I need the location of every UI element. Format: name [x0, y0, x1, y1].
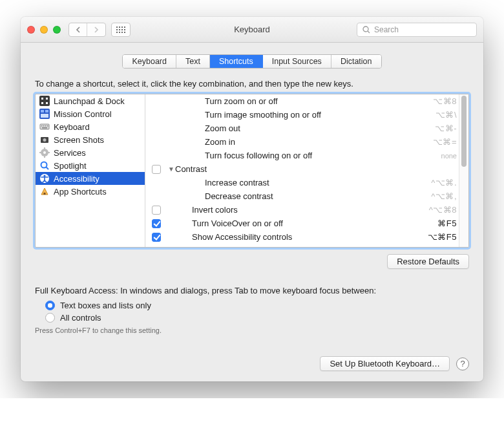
fka-option-all-controls[interactable]: All controls: [45, 313, 469, 323]
forward-button[interactable]: [87, 23, 105, 36]
svg-rect-41: [44, 193, 46, 195]
shortcut-keys: ^⌥⌘,: [431, 191, 457, 201]
tab-text[interactable]: Text: [176, 55, 210, 68]
shortcut-label: Zoom out: [175, 123, 430, 133]
tab-bar: KeyboardTextShortcutsInput SourcesDictat…: [35, 54, 469, 69]
instruction-text: To change a shortcut, select it, click t…: [35, 79, 469, 89]
svg-rect-15: [41, 98, 43, 100]
shortcut-row[interactable]: Show Accessibility controls⌥⌘F5: [145, 230, 468, 244]
svg-rect-0: [116, 27, 118, 28]
svg-rect-5: [119, 29, 120, 30]
show-all-button[interactable]: [111, 23, 131, 37]
category-app-shortcuts[interactable]: App Shortcuts: [36, 185, 145, 198]
category-label: Screen Shots: [54, 135, 104, 145]
shortcut-label: Increase contrast: [175, 178, 426, 187]
search-placeholder: Search: [374, 25, 399, 34]
restore-defaults-button[interactable]: Restore Defaults: [387, 254, 469, 269]
category-list[interactable]: Launchpad & DockMission ControlKeyboardS…: [36, 94, 145, 247]
search-input[interactable]: Search: [357, 23, 477, 37]
category-spotlight[interactable]: Spotlight: [36, 159, 145, 172]
category-label: Launchpad & Dock: [54, 96, 125, 106]
shortcut-row[interactable]: Turn focus following on or offnone: [145, 149, 468, 162]
svg-rect-6: [121, 29, 123, 30]
svg-rect-25: [43, 125, 45, 127]
svg-line-38: [47, 167, 49, 170]
shortcut-row[interactable]: Turn zoom on or off⌥⌘8: [145, 94, 468, 108]
shortcut-checkbox[interactable]: [152, 165, 161, 174]
category-services[interactable]: Services: [36, 146, 145, 159]
shortcut-keys: ⌥⌘8: [433, 96, 457, 106]
shortcut-keys: ⌥⌘-: [435, 123, 457, 133]
scrollbar[interactable]: [459, 94, 468, 247]
launchpad-icon: [39, 96, 50, 106]
shortcut-label: Turn image smoothing on or off: [175, 110, 430, 120]
shortcut-row[interactable]: ▼Contrast: [145, 162, 468, 176]
category-keyboard[interactable]: Keyboard: [36, 120, 145, 133]
svg-rect-2: [121, 27, 123, 28]
spotlight-icon: [39, 160, 50, 171]
svg-rect-10: [121, 32, 123, 33]
svg-rect-27: [47, 125, 48, 127]
traffic-lights: [27, 26, 61, 34]
category-screen-shots[interactable]: Screen Shots: [36, 133, 145, 146]
tab-input-sources[interactable]: Input Sources: [263, 55, 331, 68]
shortcut-checkbox[interactable]: [152, 219, 161, 228]
svg-point-37: [41, 162, 47, 168]
shortcut-label: Turn VoiceOver on or off: [175, 219, 432, 228]
shortcut-row[interactable]: Zoom in⌥⌘=: [145, 135, 468, 149]
shortcut-checkbox[interactable]: [152, 206, 161, 215]
category-accessibility[interactable]: Accessibility: [36, 172, 145, 185]
category-label: Accessibility: [54, 174, 100, 184]
fka-option-textboxes[interactable]: Text boxes and lists only: [45, 301, 469, 310]
svg-point-40: [43, 175, 45, 176]
shortcut-keys: ⌥⌘\: [436, 110, 457, 120]
shortcut-label: Decrease contrast: [175, 191, 426, 201]
minimize-window-button[interactable]: [40, 26, 48, 34]
svg-rect-20: [41, 110, 44, 112]
tab-dictation[interactable]: Dictation: [331, 55, 381, 68]
svg-rect-28: [42, 127, 47, 129]
zoom-window-button[interactable]: [53, 26, 61, 34]
help-button[interactable]: ?: [456, 357, 469, 370]
fka-description: Full Keyboard Access: In windows and dia…: [35, 286, 469, 295]
category-launchpad-dock[interactable]: Launchpad & Dock: [36, 94, 145, 107]
accessibility-icon: [39, 173, 50, 184]
tab-keyboard[interactable]: Keyboard: [123, 55, 176, 68]
app-shortcuts-icon: [39, 186, 50, 197]
shortcut-row[interactable]: Invert colors^⌥⌘8: [145, 203, 468, 217]
shortcut-label: Turn focus following on or off: [175, 151, 436, 160]
shortcut-label: Contrast: [175, 164, 452, 174]
category-mission-control[interactable]: Mission Control: [36, 107, 145, 120]
shortcut-row[interactable]: Decrease contrast^⌥⌘,: [145, 189, 468, 203]
full-keyboard-access-section: Full Keyboard Access: In windows and dia…: [35, 286, 469, 334]
shortcut-list[interactable]: Turn zoom on or off⌥⌘8Turn image smoothi…: [145, 94, 468, 247]
shortcut-checkbox[interactable]: [152, 233, 161, 242]
shortcut-keys: none: [441, 152, 457, 160]
shortcut-row[interactable]: Increase contrast^⌥⌘.: [145, 176, 468, 189]
svg-point-32: [43, 151, 46, 154]
fka-hint: Press Control+F7 to change this setting.: [35, 326, 469, 334]
back-button[interactable]: [69, 23, 87, 36]
svg-rect-3: [124, 27, 125, 28]
shortcut-keys: ^⌥⌘8: [429, 205, 457, 215]
shortcut-row[interactable]: Turn image smoothing on or off⌥⌘\: [145, 108, 468, 122]
tab-shortcuts[interactable]: Shortcuts: [210, 55, 263, 68]
search-icon: [362, 26, 370, 34]
category-label: Spotlight: [54, 161, 87, 171]
preferences-window: Keyboard Search KeyboardTextShortcutsInp…: [21, 17, 483, 381]
bluetooth-keyboard-button[interactable]: Set Up Bluetooth Keyboard…: [320, 356, 450, 371]
disclosure-triangle-icon[interactable]: ▼: [167, 165, 175, 173]
titlebar: Keyboard Search: [21, 17, 483, 43]
shortcut-row[interactable]: Zoom out⌥⌘-: [145, 122, 468, 135]
svg-rect-24: [41, 125, 43, 127]
radio-icon: [45, 313, 55, 323]
svg-rect-23: [40, 124, 49, 129]
svg-rect-4: [116, 29, 118, 30]
scroll-thumb[interactable]: [461, 96, 467, 167]
close-window-button[interactable]: [27, 26, 35, 34]
window-body: KeyboardTextShortcutsInput SourcesDictat…: [21, 43, 483, 381]
shortcut-label: Show Accessibility controls: [175, 232, 423, 242]
shortcut-row[interactable]: Turn VoiceOver on or off⌘F5: [145, 217, 468, 230]
category-label: App Shortcuts: [54, 187, 107, 197]
svg-rect-7: [124, 29, 125, 30]
